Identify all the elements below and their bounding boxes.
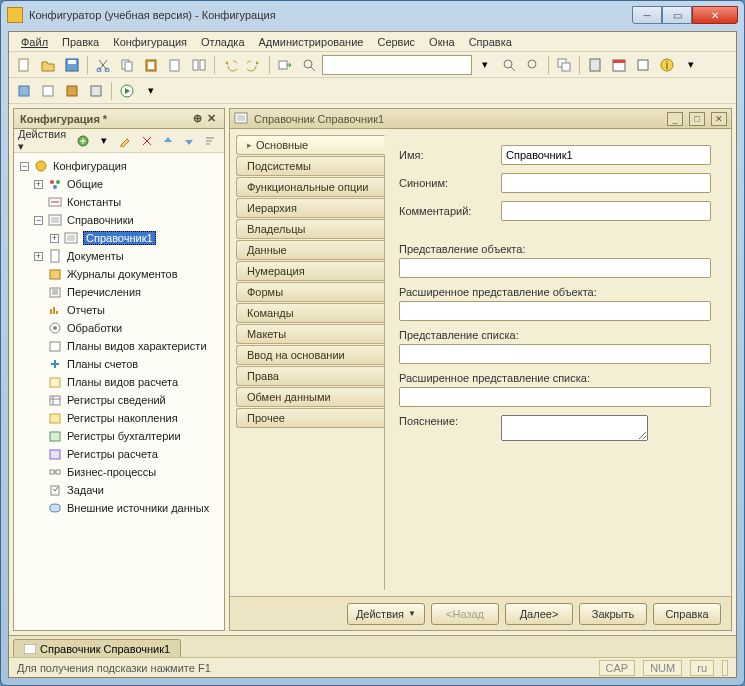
tab-rights[interactable]: Права (236, 366, 384, 386)
close-button-editor[interactable]: Закрыть (579, 603, 647, 625)
copy-icon[interactable] (116, 54, 138, 76)
calc-icon[interactable] (584, 54, 606, 76)
syn-field[interactable] (501, 173, 711, 193)
tab-vvod[interactable]: Ввод на основании (236, 345, 384, 365)
menu-windows[interactable]: Окна (423, 34, 461, 50)
goto-icon[interactable] (274, 54, 296, 76)
tab-subsys[interactable]: Подсистемы (236, 156, 384, 176)
info-icon[interactable]: i (656, 54, 678, 76)
add-dd-icon[interactable]: ▾ (95, 130, 114, 152)
tree-docs[interactable]: +Документы (18, 247, 222, 265)
config-tree[interactable]: −Конфигурация +Общие Константы −Справочн… (14, 153, 224, 630)
tab-cmd[interactable]: Команды (236, 303, 384, 323)
objrep-field[interactable] (399, 258, 711, 278)
bottom-tab-1[interactable]: Справочник Справочник1 (13, 639, 181, 657)
save-icon[interactable] (61, 54, 83, 76)
tree-enum[interactable]: Перечисления (18, 283, 222, 301)
com-field[interactable] (501, 201, 711, 221)
editor-max-button[interactable]: □ (689, 112, 705, 126)
tree-reports[interactable]: Отчеты (18, 301, 222, 319)
run-icon[interactable] (116, 80, 138, 102)
tree-proc[interactable]: Обработки (18, 319, 222, 337)
tab-fopt[interactable]: Функциональные опции (236, 177, 384, 197)
paste-icon[interactable] (140, 54, 162, 76)
tab-other[interactable]: Прочее (236, 408, 384, 428)
menu-edit[interactable]: Правка (56, 34, 105, 50)
tree-bp[interactable]: Бизнес-процессы (18, 463, 222, 481)
search-go-icon[interactable] (498, 54, 520, 76)
toolbar2-icon-2[interactable] (37, 80, 59, 102)
replace-icon[interactable] (522, 54, 544, 76)
help-button[interactable]: Справка (653, 603, 721, 625)
tab-hier[interactable]: Иерархия (236, 198, 384, 218)
tree-pvras[interactable]: Планы видов расчета (18, 373, 222, 391)
tree-regcalc[interactable]: Регистры расчета (18, 445, 222, 463)
find-next-icon[interactable] (164, 54, 186, 76)
toolbar2-icon-4[interactable] (85, 80, 107, 102)
tree-ext[interactable]: Внешние источники данных (18, 499, 222, 517)
menu-config[interactable]: Конфигурация (107, 34, 193, 50)
menu-file[interactable]: Файл (15, 34, 54, 50)
tree-root[interactable]: −Конфигурация (18, 157, 222, 175)
maximize-button[interactable]: ▭ (662, 6, 692, 24)
actions-button[interactable]: Действия▼ (347, 603, 425, 625)
up-icon[interactable] (158, 130, 177, 152)
config-close-icon[interactable]: ✕ (204, 112, 218, 125)
lstrep-field[interactable] (399, 344, 711, 364)
minimize-button[interactable]: ─ (632, 6, 662, 24)
tab-main[interactable]: Основные (236, 135, 385, 155)
close-button[interactable]: ✕ (692, 6, 738, 24)
eobjrep-field[interactable] (399, 301, 711, 321)
tree-pvc[interactable]: Планы видов характеристи (18, 337, 222, 355)
name-field[interactable] (501, 145, 711, 165)
down-icon[interactable] (180, 130, 199, 152)
menu-service[interactable]: Сервис (371, 34, 421, 50)
config-actions-button[interactable]: Действия ▾ (18, 128, 67, 153)
toolbar2-icon-3[interactable] (61, 80, 83, 102)
del-icon[interactable] (137, 130, 156, 152)
syntax-icon[interactable] (632, 54, 654, 76)
windows-icon[interactable] (553, 54, 575, 76)
open-icon[interactable] (37, 54, 59, 76)
edit-icon[interactable] (116, 130, 135, 152)
new-icon[interactable] (13, 54, 35, 76)
tab-forms[interactable]: Формы (236, 282, 384, 302)
tree-reginfo[interactable]: Регистры сведений (18, 391, 222, 409)
tree-accplans[interactable]: Планы счетов (18, 355, 222, 373)
back-button[interactable]: <Назад (431, 603, 499, 625)
run-dd-icon[interactable]: ▾ (140, 80, 162, 102)
tab-num[interactable]: Нумерация (236, 261, 384, 281)
next-button[interactable]: Далее> (505, 603, 573, 625)
menu-admin[interactable]: Администрирование (253, 34, 370, 50)
editor-close-button[interactable]: ✕ (711, 112, 727, 126)
toolbar2-icon-1[interactable] (13, 80, 35, 102)
compare-icon[interactable] (188, 54, 210, 76)
tree-catalogs[interactable]: −Справочники (18, 211, 222, 229)
tree-catalog-1[interactable]: +Справочник1 (18, 229, 222, 247)
zoom-icon[interactable] (298, 54, 320, 76)
search-dd-icon[interactable]: ▾ (474, 54, 496, 76)
expl-field[interactable] (501, 415, 648, 441)
undo-icon[interactable] (219, 54, 241, 76)
info-dd-icon[interactable]: ▾ (680, 54, 702, 76)
redo-icon[interactable] (243, 54, 265, 76)
tree-task[interactable]: Задачи (18, 481, 222, 499)
tab-exch[interactable]: Обмен данными (236, 387, 384, 407)
sort-icon[interactable] (201, 130, 220, 152)
tab-tpl[interactable]: Макеты (236, 324, 384, 344)
calendar-icon[interactable] (608, 54, 630, 76)
menu-debug[interactable]: Отладка (195, 34, 250, 50)
editor-min-button[interactable]: _ (667, 112, 683, 126)
add-icon[interactable] (73, 130, 92, 152)
search-input[interactable] (322, 55, 472, 75)
tree-const[interactable]: Константы (18, 193, 222, 211)
tab-own[interactable]: Владельцы (236, 219, 384, 239)
tree-common[interactable]: +Общие (18, 175, 222, 193)
elstrep-field[interactable] (399, 387, 711, 407)
cut-icon[interactable] (92, 54, 114, 76)
config-pin-icon[interactable]: ⊕ (190, 112, 204, 125)
tree-regacc[interactable]: Регистры накопления (18, 409, 222, 427)
tree-regbuh[interactable]: Регистры бухгалтерии (18, 427, 222, 445)
tab-data[interactable]: Данные (236, 240, 384, 260)
tree-docjrnl[interactable]: Журналы документов (18, 265, 222, 283)
